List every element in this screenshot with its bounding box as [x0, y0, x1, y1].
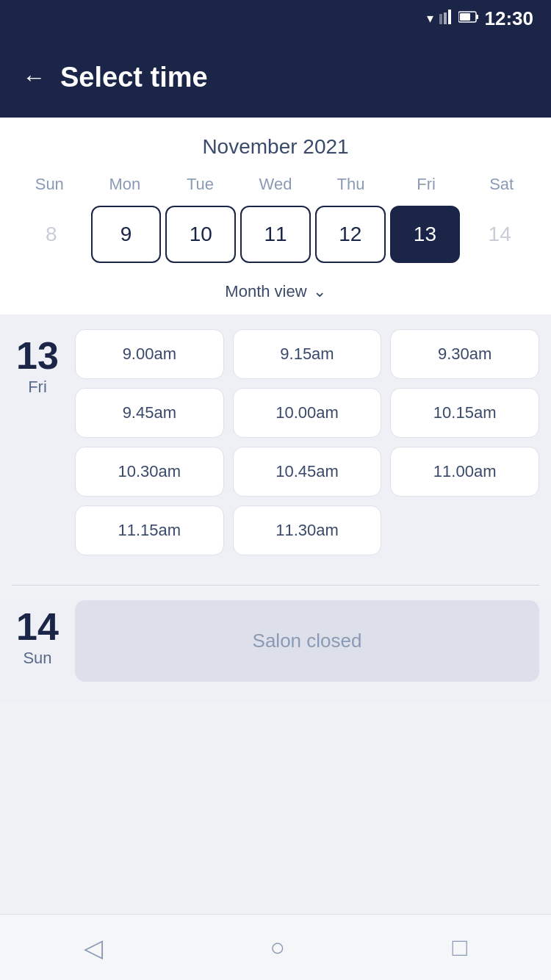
time-slot-945am[interactable]: 9.45am — [75, 388, 224, 438]
wifi-icon: ▾ — [427, 10, 433, 26]
date-8[interactable]: 8 — [16, 206, 87, 263]
weekday-tue: Tue — [162, 172, 238, 197]
day-number-13: 13 — [16, 336, 59, 375]
time-slot-1100am[interactable]: 11.00am — [390, 447, 539, 497]
time-slot-915am[interactable]: 9.15am — [233, 329, 382, 379]
day-label-13: 13 Fri — [12, 329, 63, 555]
day-block-14: 14 Sun Salon closed — [0, 600, 551, 704]
svg-rect-1 — [444, 12, 447, 24]
recent-nav-icon: □ — [453, 933, 468, 962]
time-slot-930am[interactable]: 9.30am — [390, 329, 539, 379]
time-slot-1000am[interactable]: 10.00am — [233, 388, 382, 438]
time-slot-1115am[interactable]: 11.15am — [75, 505, 224, 555]
date-12[interactable]: 12 — [315, 206, 386, 263]
date-11[interactable]: 11 — [240, 206, 311, 263]
salon-closed-label: Salon closed — [253, 630, 362, 652]
date-row: 8 9 10 11 12 13 14 — [12, 206, 539, 275]
month-view-label: Month view — [225, 282, 306, 301]
status-icons: ▾ 12:30 — [427, 7, 534, 30]
svg-rect-5 — [460, 13, 470, 21]
signal-icon — [439, 10, 453, 28]
day-block-13: 13 Fri 9.00am 9.15am 9.30am 9.45am 10.00… — [12, 329, 539, 555]
day-name-fri: Fri — [28, 378, 47, 397]
nav-back-button[interactable]: ◁ — [84, 933, 103, 962]
weekday-thu: Thu — [313, 172, 389, 197]
home-nav-icon: ○ — [270, 933, 285, 962]
salon-closed-banner: Salon closed — [75, 600, 539, 682]
time-slot-1015am[interactable]: 10.15am — [390, 388, 539, 438]
back-button[interactable]: ← — [22, 65, 46, 89]
svg-rect-4 — [476, 15, 478, 19]
chevron-down-icon: ⌄ — [313, 282, 326, 301]
date-14[interactable]: 14 — [464, 206, 535, 263]
nav-home-button[interactable]: ○ — [270, 933, 285, 962]
bottom-nav: ◁ ○ □ — [0, 914, 551, 980]
weekday-mon: Mon — [87, 172, 163, 197]
day-name-sun: Sun — [23, 649, 51, 668]
time-slot-1030am[interactable]: 10.30am — [75, 447, 224, 497]
nav-recent-button[interactable]: □ — [453, 933, 468, 962]
calendar-section: November 2021 Sun Mon Tue Wed Thu Fri Sa… — [0, 118, 551, 314]
battery-icon — [458, 11, 479, 26]
day-label-14: 14 Sun — [12, 600, 63, 682]
back-nav-icon: ◁ — [84, 933, 103, 962]
weekday-row: Sun Mon Tue Wed Thu Fri Sat — [12, 172, 539, 197]
status-time: 12:30 — [485, 7, 534, 30]
header: ← Select time — [0, 37, 551, 118]
weekday-wed: Wed — [238, 172, 314, 197]
section-divider — [12, 585, 539, 586]
month-view-toggle[interactable]: Month view ⌄ — [12, 275, 539, 314]
time-slot-1130am[interactable]: 11.30am — [233, 505, 382, 555]
time-slot-900am[interactable]: 9.00am — [75, 329, 224, 379]
day-number-14: 14 — [16, 608, 59, 646]
month-year-label: November 2021 — [12, 135, 539, 159]
time-grid-13: 9.00am 9.15am 9.30am 9.45am 10.00am 10.1… — [75, 329, 539, 555]
date-13[interactable]: 13 — [390, 206, 461, 263]
time-slot-1045am[interactable]: 10.45am — [233, 447, 382, 497]
status-bar: ▾ 12:30 — [0, 0, 551, 37]
page-title: Select time — [60, 62, 208, 93]
weekday-sat: Sat — [464, 172, 539, 197]
weekday-fri: Fri — [389, 172, 464, 197]
weekday-sun: Sun — [12, 172, 87, 197]
time-section: 13 Fri 9.00am 9.15am 9.30am 9.45am 10.00… — [0, 314, 551, 570]
svg-rect-0 — [439, 14, 442, 24]
svg-rect-2 — [448, 10, 451, 24]
date-10[interactable]: 10 — [165, 206, 236, 263]
date-9[interactable]: 9 — [91, 206, 162, 263]
